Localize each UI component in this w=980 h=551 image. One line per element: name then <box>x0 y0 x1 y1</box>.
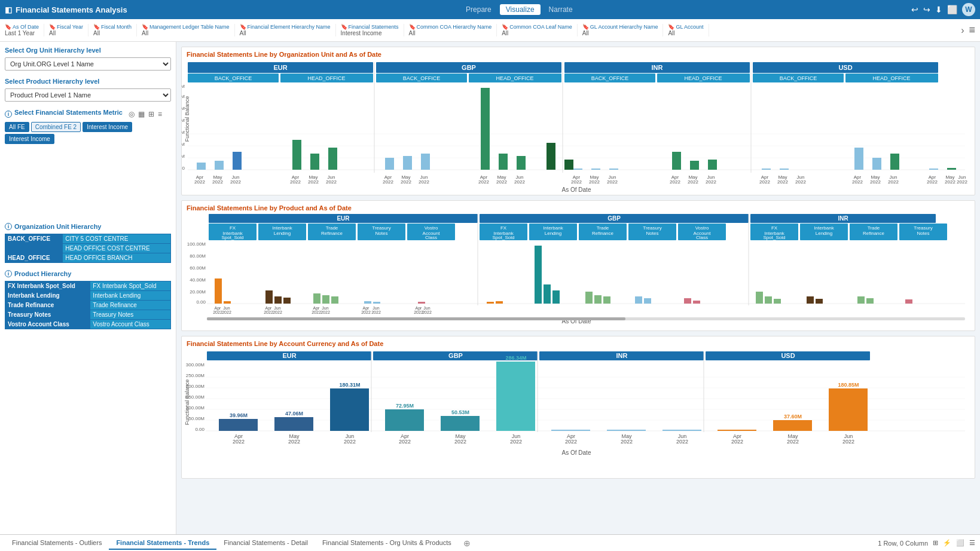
svg-text:HEAD_OFFICE: HEAD_OFFICE <box>872 75 910 81</box>
svg-text:50.00M: 50.00M <box>188 416 204 421</box>
svg-rect-274 <box>718 430 756 431</box>
user-avatar[interactable]: W <box>962 3 975 16</box>
metric-btn-combined-fe[interactable]: Combined FE 2 <box>31 122 81 132</box>
svg-rect-44 <box>421 154 430 170</box>
metric-btn-interest-income-2[interactable]: Interest Income <box>5 134 54 144</box>
filter-as-of-date[interactable]: 🔖 As Of Date Last 1 Year <box>5 24 44 36</box>
svg-text:As Of Date: As Of Date <box>562 449 591 456</box>
expand-icon[interactable]: ⬜ <box>956 539 964 547</box>
download-icon[interactable]: ⬇ <box>935 5 942 14</box>
chart3-title: Financial Statements Line by Account Cur… <box>182 336 975 348</box>
export-icon[interactable]: ⬜ <box>947 5 957 14</box>
redo-icon[interactable]: ↪ <box>923 5 930 14</box>
undo-icon[interactable]: ↩ <box>911 5 918 14</box>
list-icon[interactable]: ≡ <box>158 110 162 118</box>
svg-rect-62 <box>947 168 956 170</box>
svg-text:INR: INR <box>616 352 628 359</box>
svg-text:2022: 2022 <box>308 179 319 185</box>
svg-text:FX: FX <box>500 225 507 231</box>
filter-menu-icon[interactable]: ≡ <box>969 24 975 36</box>
svg-text:Interbank: Interbank <box>814 225 834 231</box>
svg-text:2022: 2022 <box>759 179 770 185</box>
grid-view-icon[interactable]: ⊞ <box>933 539 938 547</box>
svg-text:2022: 2022 <box>571 179 582 185</box>
info-icon: i <box>5 111 12 118</box>
svg-text:Treasury: Treasury <box>372 225 390 231</box>
svg-rect-53 <box>672 152 681 170</box>
svg-rect-271 <box>551 430 590 431</box>
nav-prepare[interactable]: Prepare <box>460 4 497 15</box>
svg-text:39.96M: 39.96M <box>230 412 248 418</box>
nav-visualize[interactable]: Visualize <box>500 4 541 15</box>
svg-rect-208 <box>807 296 814 304</box>
refresh-icon[interactable]: ⚡ <box>943 539 951 547</box>
filter-gl-account[interactable]: 🔖 GL Account All <box>668 24 709 36</box>
filter-common-coa-hier[interactable]: 🔖 Common COA Hierarchy Name All <box>409 24 497 36</box>
top-nav: Prepare Visualize Narrate <box>460 4 579 15</box>
svg-rect-193 <box>487 302 494 304</box>
svg-text:Notes: Notes <box>375 231 388 236</box>
filter-fiscal-year[interactable]: 🔖 Fiscal Year All <box>49 24 88 36</box>
filter-common-coa-leaf[interactable]: 🔖 Common COA Leaf Name All <box>502 24 578 36</box>
tab-trends[interactable]: Financial Statements - Trends <box>109 537 216 550</box>
filter-mgmt-ledger[interactable]: 🔖 Management Ledger Table Name All <box>142 24 234 36</box>
svg-text:2022: 2022 <box>670 179 680 185</box>
svg-text:80.00M: 80.00M <box>190 253 206 259</box>
svg-rect-204 <box>693 301 700 304</box>
chart1-svg: EUR GBP INR USD BACK_OFFICE HEAD_OFFICE … <box>182 59 971 194</box>
grid-icon[interactable]: ⊞ <box>148 110 154 118</box>
svg-text:60.00M: 60.00M <box>182 142 185 147</box>
svg-rect-210 <box>857 296 865 304</box>
svg-rect-39 <box>292 140 301 170</box>
filter-expand-icon[interactable]: › <box>961 25 964 36</box>
svg-text:2022: 2022 <box>454 439 466 445</box>
svg-text:HEAD_OFFICE: HEAD_OFFICE <box>496 75 533 81</box>
svg-text:2022: 2022 <box>478 179 489 185</box>
org-hierarchy-dropdown[interactable]: Org Unit.ORG Level 1 Name <box>5 57 171 71</box>
svg-text:Functional Balance: Functional Balance <box>184 379 190 426</box>
metric-btn-interest-income-1[interactable]: Interest Income <box>83 122 132 132</box>
filter-gl-account-hier[interactable]: 🔖 GL Account Hierarchy Name All <box>582 24 664 36</box>
svg-text:Treasury: Treasury <box>914 225 932 231</box>
svg-text:2022: 2022 <box>957 179 967 185</box>
svg-rect-184 <box>265 290 273 304</box>
tab-org-units[interactable]: Financial Statements - Org Units & Produ… <box>315 537 459 550</box>
svg-rect-37 <box>215 161 224 170</box>
tab-outliers[interactable]: Financial Statements - Outliers <box>5 537 109 550</box>
svg-text:2022: 2022 <box>288 439 300 445</box>
svg-rect-235 <box>207 317 625 320</box>
svg-rect-263 <box>330 388 369 431</box>
svg-rect-187 <box>313 293 320 304</box>
svg-rect-267 <box>441 416 480 431</box>
svg-text:GBP: GBP <box>607 215 621 222</box>
circle-metric-icon[interactable]: ◎ <box>129 110 135 118</box>
bar-chart-icon[interactable]: ▦ <box>138 110 145 118</box>
settings-icon[interactable]: ☰ <box>969 539 975 547</box>
svg-rect-191 <box>373 302 380 304</box>
svg-text:FX: FX <box>771 225 778 231</box>
svg-text:2022: 2022 <box>731 439 743 445</box>
tab-detail[interactable]: Financial Statements - Detail <box>216 537 315 550</box>
svg-rect-56 <box>762 169 771 170</box>
svg-rect-47 <box>517 156 526 170</box>
table-row: HEAD_OFFICE HEAD OFFICE BRANCH <box>5 253 171 263</box>
svg-rect-60 <box>890 154 899 170</box>
metric-btn-all-fe[interactable]: All FE <box>5 122 29 132</box>
filter-fin-element[interactable]: 🔖 Financial Element Hierarchy Name All <box>240 24 336 36</box>
svg-text:37.60M: 37.60M <box>784 414 802 420</box>
svg-rect-198 <box>585 292 593 304</box>
svg-text:Trade: Trade <box>326 225 338 231</box>
product-hierarchy-table-title: i Product Hierarchy <box>5 270 171 277</box>
filter-fiscal-month[interactable]: 🔖 Fiscal Month All <box>93 24 137 36</box>
app-logo: ◧ Financial Statements Analysis <box>5 5 127 14</box>
tab-add-icon[interactable]: ⊕ <box>463 538 471 548</box>
filter-fin-statements[interactable]: 🔖 Financial Statements Interest Income <box>341 24 404 36</box>
svg-rect-273 <box>663 430 701 431</box>
org-unit-hierarchy-section: i Organization Unit Hierarchy BACK_OFFIC… <box>5 223 171 263</box>
nav-narrate[interactable]: Narrate <box>543 4 579 15</box>
bottom-tabs: Financial Statements - Outliers Financia… <box>0 534 980 551</box>
svg-rect-195 <box>535 246 542 304</box>
product-hierarchy-dropdown[interactable]: Product Prod Level 1 Name <box>5 88 171 102</box>
chart3-section: Financial Statements Line by Account Cur… <box>181 336 975 479</box>
svg-text:180.85M: 180.85M <box>838 382 859 388</box>
